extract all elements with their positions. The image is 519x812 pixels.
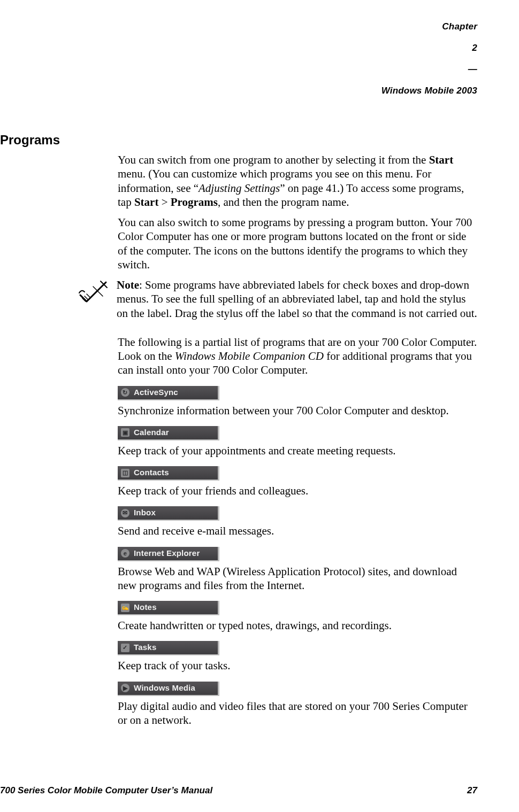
program-label: Inbox xyxy=(134,508,156,518)
header-separator: — xyxy=(468,64,477,74)
program-label: Contacts xyxy=(134,468,169,478)
program-bar: ✍ Notes xyxy=(118,601,219,615)
contacts-icon: ◫ xyxy=(121,469,129,477)
program-label: Internet Explorer xyxy=(134,548,200,559)
note-icon xyxy=(77,279,109,308)
start-keyword-2: Start xyxy=(134,196,159,208)
program-description: Create handwritten or typed notes, drawi… xyxy=(118,618,477,632)
internet-explorer-icon: e xyxy=(121,549,129,558)
program-tasks: ✓ Tasks Keep track of your tasks. xyxy=(118,639,477,672)
start-keyword: Start xyxy=(429,153,454,166)
note-label: Note xyxy=(117,279,139,291)
program-description: Keep track of your friends and colleague… xyxy=(118,484,477,498)
program-description: Send and receive e-mail messages. xyxy=(118,524,477,538)
tasks-icon: ✓ xyxy=(121,644,129,652)
program-label: ActiveSync xyxy=(134,388,178,398)
program-label: Calendar xyxy=(134,428,169,438)
note-text: Note: Some programs have abbreviated lab… xyxy=(117,278,477,320)
program-calendar: ▣ Calendar Keep track of your appointmen… xyxy=(118,424,477,458)
program-notes: ✍ Notes Create handwritten or typed note… xyxy=(118,599,477,632)
program-description: Keep track of your tasks. xyxy=(118,659,477,672)
program-windows-media: ▶ Windows Media Play digital audio and v… xyxy=(118,679,477,728)
program-label: Windows Media xyxy=(134,683,195,693)
activesync-icon: ↻ xyxy=(121,388,129,397)
header-chapter-label: Chapter xyxy=(442,21,477,32)
body-column: You can switch from one program to anoth… xyxy=(118,153,477,727)
program-description: Browse Web and WAP (Wireless Application… xyxy=(118,564,477,593)
program-bar: ✓ Tasks xyxy=(118,641,219,655)
program-bar: ▶ Windows Media xyxy=(118,682,219,696)
notes-icon: ✍ xyxy=(121,604,129,612)
header-title: Windows Mobile 2003 xyxy=(381,86,477,96)
program-bar: e Internet Explorer xyxy=(118,547,219,561)
intro-paragraph-3: The following is a partial list of progr… xyxy=(118,335,477,377)
header-chapter-number: 2 xyxy=(472,43,477,53)
footer-page-number: 27 xyxy=(467,785,477,796)
program-bar: ✉ Inbox xyxy=(118,506,219,521)
program-label: Notes xyxy=(134,602,157,613)
adjusting-settings-ref: Adjusting Settings xyxy=(199,182,280,195)
section-heading: Programs xyxy=(0,133,477,148)
program-description: Keep track of your appointments and crea… xyxy=(118,444,477,458)
running-header: Chapter 2 — Windows Mobile 2003 xyxy=(0,11,477,107)
page: Chapter 2 — Windows Mobile 2003 Programs… xyxy=(0,0,519,812)
windows-media-icon: ▶ xyxy=(121,684,129,692)
intro-paragraph-1: You can switch from one program to anoth… xyxy=(118,153,477,209)
program-label: Tasks xyxy=(134,643,156,653)
program-inbox: ✉ Inbox Send and receive e-mail messages… xyxy=(118,504,477,538)
program-description: Synchronize information between your 700… xyxy=(118,404,477,417)
programs-keyword: Programs xyxy=(171,196,218,208)
program-bar: ↻ ActiveSync xyxy=(118,386,219,400)
inbox-icon: ✉ xyxy=(121,509,129,517)
program-activesync: ↻ ActiveSync Synchronize information bet… xyxy=(118,384,477,417)
program-contacts: ◫ Contacts Keep track of your friends an… xyxy=(118,464,477,498)
page-footer: 700 Series Color Mobile Computer User’s … xyxy=(0,785,477,796)
footer-manual-title: 700 Series Color Mobile Computer User’s … xyxy=(0,785,212,796)
program-bar: ◫ Contacts xyxy=(118,466,219,481)
program-internet-explorer: e Internet Explorer Browse Web and WAP (… xyxy=(118,545,477,593)
calendar-icon: ▣ xyxy=(121,428,129,437)
program-bar: ▣ Calendar xyxy=(118,426,219,440)
intro-paragraph-2: You can also switch to some programs by … xyxy=(118,215,477,272)
note-block: Note: Some programs have abbreviated lab… xyxy=(118,278,477,327)
companion-cd-ref: Windows Mobile Companion CD xyxy=(175,350,324,362)
program-description: Play digital audio and video files that … xyxy=(118,699,477,728)
